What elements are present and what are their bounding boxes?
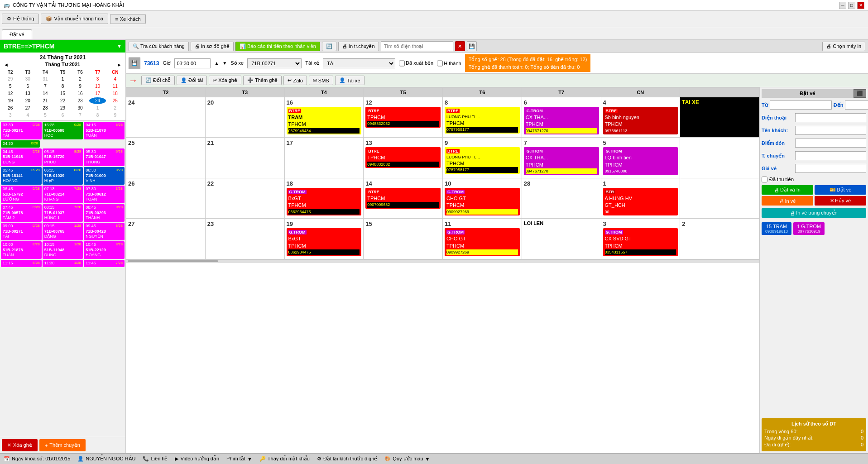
- booking-card[interactable]: BTRE TPHCM 0948832032: [365, 147, 441, 168]
- cal-cell[interactable]: 13 BTRE TPHCM 0948832032: [364, 138, 443, 178]
- cal-day[interactable]: 5: [37, 112, 54, 119]
- search-phone-input[interactable]: [381, 41, 453, 51]
- clear-search-button[interactable]: ✕: [455, 41, 465, 51]
- cal-cell[interactable]: 8 BTRE LUONG PHU TL... TPHCM 0787958177: [443, 97, 522, 138]
- doi-tai-button[interactable]: 👤 Đổi tài: [177, 76, 207, 85]
- schedule-card[interactable]: 09:458/28 71B-00428 NGUYÊN: [84, 223, 125, 240]
- menu-he-thong[interactable]: ⚙ Hệ thống: [2, 14, 39, 24]
- cal-day[interactable]: 31: [37, 76, 54, 82]
- schedule-card[interactable]: 05:4516:28 51B-18141 HOÀNG: [1, 167, 42, 185]
- cal-cell[interactable]: 22: [206, 178, 285, 219]
- lien-he-button[interactable]: 📞 Liên hệ: [143, 456, 168, 462]
- cal-day[interactable]: 30: [19, 76, 37, 82]
- booking-card[interactable]: BTRE LUONG PHU TL... TPHCM 0787958177: [445, 107, 520, 134]
- cal-next-button[interactable]: ►: [115, 62, 124, 67]
- schedule-card[interactable]: 04:450/28 51B-11948 DUNG: [1, 148, 42, 166]
- cal-day[interactable]: 6: [54, 112, 72, 119]
- schedule-card[interactable]: 11:301/28: [43, 260, 83, 267]
- dat-ve-button[interactable]: 🎫 Đặt vé: [815, 185, 866, 195]
- cal-day[interactable]: 8: [89, 112, 106, 119]
- name-input[interactable]: [795, 126, 866, 135]
- cal-day[interactable]: 25: [106, 97, 124, 104]
- xoa-ghe-button[interactable]: ✂ Xóa ghế: [209, 76, 241, 85]
- booking-card[interactable]: G.TROM CX THA... TPHCM 0947671270: [524, 107, 599, 134]
- cal-day[interactable]: 18: [106, 90, 124, 97]
- cal-cell[interactable]: 7 G.TROM CX THA... TPHCM 0947671270: [522, 138, 601, 178]
- booking-card[interactable]: G.TROM BxGT TPHCM 0362934475: [287, 188, 362, 215]
- cal-day[interactable]: 3: [2, 112, 19, 119]
- them-ghe-button[interactable]: ➕ Thêm ghế: [243, 76, 282, 85]
- video-button[interactable]: ▶ Video hướng dẫn: [175, 456, 219, 462]
- schedule-card[interactable]: 06:158/28 71B-01039 HIỆP: [43, 167, 83, 185]
- cal-cell[interactable]: 18 G.TROM BxGT TPHCM 0362934475: [285, 178, 364, 219]
- cal-cell[interactable]: 14 BTRE TPHCM 0907009682: [364, 178, 443, 219]
- schedule-card[interactable]: 09:151/28 71B-00765 ĐẶNG: [43, 223, 83, 240]
- cal-day[interactable]: 1: [54, 76, 72, 82]
- schedule-card[interactable]: 10:008/28 51B-21878 TUÂN: [1, 241, 42, 259]
- schedule-card[interactable]: 08:157/28 71B-01037 HÙNG 1: [43, 204, 83, 222]
- in-so-do-button[interactable]: 🖨 In sơ đồ ghế: [191, 42, 234, 51]
- booking-card[interactable]: G.TROM CX SVD GT TPHCM 0354311557: [603, 228, 678, 256]
- in-ve-trung-button[interactable]: 🖨 In vé trung chuyển: [762, 208, 866, 218]
- minimize-button[interactable]: ─: [839, 2, 846, 9]
- zalo-button[interactable]: ↩ Zalo: [283, 76, 307, 85]
- schedule-card[interactable]: 11:457/28: [84, 260, 125, 267]
- mat-khau-button[interactable]: 🔑 Thay đổi mật khẩu: [259, 456, 310, 462]
- cal-cell[interactable]: 17: [285, 138, 364, 178]
- cal-day[interactable]: 14: [37, 90, 54, 97]
- cal-day[interactable]: 20: [19, 97, 37, 104]
- cal-cell[interactable]: 12 BTRE TPHCM 0948832032: [364, 97, 443, 138]
- cal-day[interactable]: 29: [54, 105, 72, 111]
- schedule-card[interactable]: 04:158/28 51B-21878 TUÂN: [84, 122, 125, 139]
- cal-day[interactable]: 7: [72, 112, 89, 119]
- refresh-button[interactable]: 🔄: [322, 42, 336, 51]
- cal-day[interactable]: 17: [89, 90, 106, 97]
- cal-day[interactable]: 2: [72, 76, 89, 82]
- booking-card[interactable]: BTRE LUONG PHU TL... TPHCM 0787958177: [445, 147, 520, 174]
- cal-day[interactable]: 27: [19, 105, 37, 111]
- chon-may-button[interactable]: 🖨 Chọn máy in: [822, 42, 865, 51]
- tab-dat-ve[interactable]: Đặt vé: [2, 29, 32, 39]
- sms-button[interactable]: ✉ SMS: [309, 76, 333, 85]
- cal-cell[interactable]: 1 BTR A HUNG HV GT_HCH 00: [601, 178, 681, 219]
- cal-cell[interactable]: 21: [206, 138, 285, 178]
- cal-day[interactable]: 15: [54, 90, 72, 97]
- cal-day[interactable]: 5: [2, 83, 19, 90]
- dat-va-in-button[interactable]: 🖨 Đặt và In: [762, 185, 813, 195]
- tra-cuu-button[interactable]: 🔍 Tra cứu khách hàng: [129, 42, 189, 51]
- cal-day[interactable]: 16: [72, 90, 89, 97]
- them-chuyen-button[interactable]: + Thêm chuyến: [39, 439, 86, 451]
- save-search-button[interactable]: 💾: [467, 41, 477, 51]
- cal-day[interactable]: 19: [2, 97, 19, 104]
- kich-thuoc-button[interactable]: ⚙ Đặt lại kích thước ô ghế: [317, 456, 377, 462]
- maximize-button[interactable]: □: [848, 2, 855, 9]
- time-input[interactable]: [174, 58, 211, 68]
- booking-card[interactable]: BTRE TPHCM 0907009682: [365, 188, 441, 209]
- tai-xe-button[interactable]: 👤 Tài xe: [335, 76, 364, 85]
- cal-day[interactable]: 2: [106, 105, 124, 111]
- schedule-card[interactable]: 07:303/28 71B-00612 TOÀN: [84, 186, 125, 203]
- cal-cell[interactable]: 24: [126, 97, 206, 138]
- route-selector[interactable]: BTRE==>TPHCM ▼: [0, 40, 125, 53]
- so-xe-select[interactable]: 71B-00271: [247, 58, 302, 68]
- cal-day[interactable]: 10: [89, 83, 106, 90]
- cal-day[interactable]: 21: [37, 97, 54, 104]
- booking-card[interactable]: BTRE Sb binh nguyen TPHCM 0973861113: [603, 107, 678, 134]
- cal-prev-button[interactable]: ◄: [2, 62, 10, 67]
- cal-cell[interactable]: 11 G.TROM CHO GT TPHCM 0909927269: [443, 219, 522, 259]
- tchuyen-input[interactable]: [795, 151, 866, 160]
- cal-day-today[interactable]: 24: [89, 97, 106, 104]
- booking-card[interactable]: BTRE TPHCM 0948832032: [365, 107, 441, 128]
- cal-day[interactable]: 12: [2, 90, 19, 97]
- price-input[interactable]: [795, 164, 866, 173]
- cal-cell[interactable]: 2: [680, 219, 759, 259]
- cal-day[interactable]: 26: [2, 105, 19, 111]
- schedule-card[interactable]: 11:155/28: [1, 260, 42, 267]
- cal-day[interactable]: 7: [37, 83, 54, 90]
- cal-day[interactable]: 6: [19, 83, 37, 90]
- booking-card[interactable]: G.TROM CHO GT TPHCM 0909927269: [445, 188, 520, 215]
- cal-cell[interactable]: 19 G.TROM BxGT TPHCM 0362934475: [285, 219, 364, 259]
- cal-day[interactable]: 3: [89, 76, 106, 82]
- cal-cell[interactable]: 3 G.TROM CX SVD GT TPHCM 0354311557: [601, 219, 681, 259]
- schedule-card[interactable]: 10:458/28 51B-22129 HOÀNG: [84, 241, 125, 259]
